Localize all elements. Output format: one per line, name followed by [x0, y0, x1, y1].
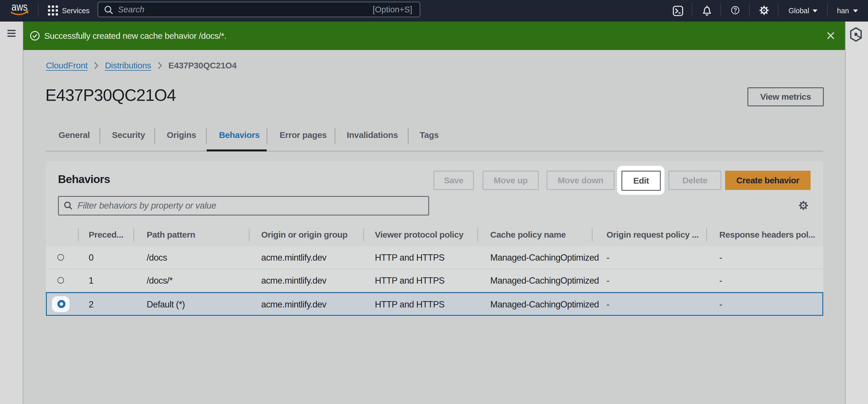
svg-text:aws: aws — [11, 2, 28, 13]
